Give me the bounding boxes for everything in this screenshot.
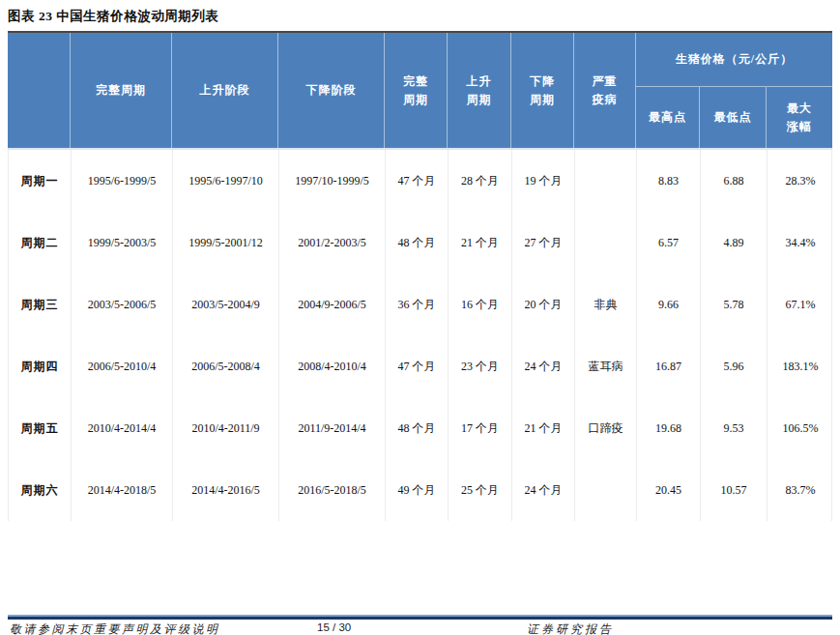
table-body: 周期一1995/6-1999/51995/6-1997/101997/10-19… [8,150,832,521]
table-cell: 2003/5-2006/5 [71,274,172,335]
table-cell: 6.88 [700,150,767,212]
table-cell: 6.57 [636,212,700,274]
table-cell: 8.83 [636,150,700,212]
table-cell: 5.78 [700,274,767,335]
table-cell: 2006/5-2010/4 [71,335,172,397]
footer-disclaimer: 敬请参阅末页重要声明及评级说明 [10,621,220,635]
table-cell [574,459,636,521]
footer-report-type: 证券研究报告 [527,621,614,635]
table-cell: 28 个月 [448,150,511,212]
table-cell: 2003/5-2004/9 [172,274,278,335]
header-max-gain: 最大涨幅 [766,87,832,148]
header-epidemic-label: 严重疫病 [591,72,619,108]
table-cell: 47 个月 [385,335,448,397]
table-cell: 24 个月 [511,459,574,521]
table-cell: 83.7% [767,459,833,521]
table-cell: 1995/6-1999/5 [71,150,172,212]
table-cell: 1997/10-1999/5 [278,150,385,212]
table-cell: 47 个月 [385,150,448,212]
header-fall-cycle-months-label: 下降周期 [529,72,557,108]
table-cell: 5.96 [700,335,767,397]
row-label: 周期一 [9,150,71,212]
table-cell: 2016/5-2018/5 [278,459,385,521]
table-cell: 27 个月 [511,212,574,274]
table-cell: 28.3% [767,150,833,212]
header-rise-cycle-months: 上升周期 [447,33,510,148]
row-label: 周期五 [9,397,71,459]
pig-price-cycle-table: 完整周期 上升阶段 下降阶段 完整周期 上升周期 下降周期 严重疫病 生猪价格（… [8,31,832,521]
header-price-low: 最低点 [699,87,766,148]
table-cell: 21 个月 [448,212,511,274]
table-cell: 48 个月 [385,397,448,459]
table-cell: 21 个月 [511,397,574,459]
table-cell: 蓝耳病 [574,335,636,397]
table-cell: 106.5% [767,397,833,459]
table-cell: 2014/4-2016/5 [172,459,278,521]
header-rise-cycle-months-label: 上升周期 [465,72,493,108]
table-cell: 2010/4-2011/9 [172,397,278,459]
table-cell: 24 个月 [511,335,574,397]
table-cell [574,212,636,274]
row-label: 周期三 [9,274,71,335]
table-cell: 4.89 [700,212,767,274]
footer-page-number: 15 / 30 [317,621,375,633]
table-cell: 口蹄疫 [574,397,636,459]
table-cell: 23 个月 [448,335,511,397]
header-epidemic: 严重疫病 [573,33,635,148]
table-cell: 9.53 [700,397,767,459]
header-full-cycle-months: 完整周期 [384,33,447,148]
header-price-high: 最高点 [635,87,699,148]
table-cell: 67.1% [767,274,833,335]
header-fall-cycle-months: 下降周期 [510,33,573,148]
row-label: 周期六 [9,459,71,521]
table-cell: 20.45 [636,459,700,521]
table-cell: 10.57 [700,459,767,521]
table-cell: 1999/5-2003/5 [71,212,172,274]
header-max-gain-label: 最大涨幅 [786,100,814,135]
table-cell: 183.1% [767,335,833,397]
table-cell: 19 个月 [511,150,574,212]
table-cell: 9.66 [636,274,700,335]
header-full-cycle: 完整周期 [70,33,171,148]
table-cell: 17 个月 [448,397,511,459]
row-label: 周期四 [9,335,71,397]
table-cell: 48 个月 [385,212,448,274]
row-label: 周期二 [9,212,71,274]
header-price-group: 生猪价格（元/公斤） [635,33,832,87]
table-cell: 16 个月 [448,274,511,335]
table-cell: 16.87 [636,335,700,397]
table-cell: 非典 [574,274,636,335]
table-cell: 20 个月 [511,274,574,335]
table-cell: 2008/4-2010/4 [278,335,385,397]
table-cell: 2006/5-2008/4 [172,335,278,397]
table-cell: 36 个月 [385,274,448,335]
header-fall-stage: 下降阶段 [277,33,384,148]
header-rise-stage: 上升阶段 [171,33,277,148]
table-cell: 19.68 [636,397,700,459]
table-cell: 2004/9-2006/5 [278,274,385,335]
table-cell: 1995/6-1997/10 [172,150,278,212]
table-cell: 1999/5-2001/12 [172,212,278,274]
table-cell: 2010/4-2014/4 [71,397,172,459]
figure-title: 图表 23 中国生猪价格波动周期列表 [8,8,218,25]
header-row-label-col [8,33,70,148]
table-header: 完整周期 上升阶段 下降阶段 完整周期 上升周期 下降周期 严重疫病 生猪价格（… [8,33,832,150]
table-cell: 25 个月 [448,459,511,521]
table-cell: 2001/2-2003/5 [278,212,385,274]
table-cell: 34.4% [767,212,833,274]
footer-divider [8,615,832,620]
header-full-cycle-months-label: 完整周期 [402,72,430,108]
table-cell: 2011/9-2014/4 [278,397,385,459]
table-cell: 49 个月 [385,459,448,521]
table-cell [574,150,636,212]
table-cell: 2014/4-2018/5 [71,459,172,521]
